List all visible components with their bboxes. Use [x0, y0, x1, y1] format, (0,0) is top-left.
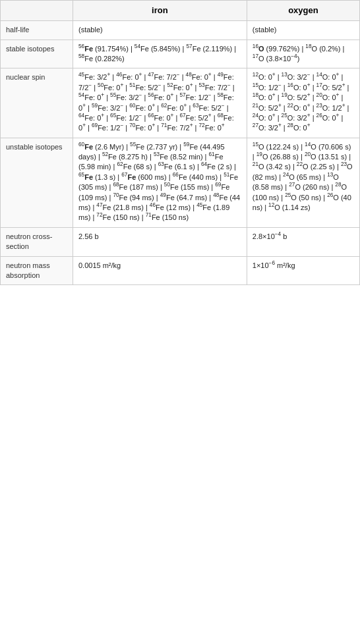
row-label-0: half-life — [1, 21, 73, 40]
table-row: unstable isotopes60Fe (2.6 Myr) | 55Fe (… — [1, 138, 360, 227]
table-row: neutron mass absorption0.0015 m²/kg1×10−… — [1, 256, 360, 285]
table-row: nuclear spin45Fe: 3/2+ | 46Fe: 0+ | 47Fe… — [1, 68, 360, 138]
oxygen-cell-3: 15O (122.24 s) | 14O (70.606 s) | 19O (2… — [247, 138, 359, 227]
table-row: stable isotopes56Fe (91.754%) | 54Fe (5.… — [1, 40, 360, 68]
row-label-1: stable isotopes — [1, 40, 73, 68]
table-row: half-life(stable)(stable) — [1, 21, 360, 40]
row-label-4: neutron cross-section — [1, 227, 73, 256]
iron-cell-3: 60Fe (2.6 Myr) | 55Fe (2.737 yr) | 59Fe … — [73, 138, 247, 227]
oxygen-cell-0: (stable) — [247, 21, 359, 40]
oxygen-cell-1: 16O (99.762%) | 18O (0.2%) | 17O (3.8×10… — [247, 40, 359, 68]
iron-cell-5: 0.0015 m²/kg — [73, 256, 247, 285]
row-label-3: unstable isotopes — [1, 138, 73, 227]
header-iron: iron — [73, 1, 247, 21]
row-label-5: neutron mass absorption — [1, 256, 73, 285]
iron-cell-2: 45Fe: 3/2+ | 46Fe: 0+ | 47Fe: 7/2− | 48F… — [73, 68, 247, 138]
oxygen-cell-5: 1×10−6 m²/kg — [247, 256, 359, 285]
row-label-2: nuclear spin — [1, 68, 73, 138]
iron-cell-1: 56Fe (91.754%) | 54Fe (5.845%) | 57Fe (2… — [73, 40, 247, 68]
header-oxygen: oxygen — [247, 1, 359, 21]
iron-cell-4: 2.56 b — [73, 227, 247, 256]
oxygen-cell-2: 12O: 0+ | 13O: 3/2− | 14O: 0+ | 15O: 1/2… — [247, 68, 359, 138]
iron-cell-0: (stable) — [73, 21, 247, 40]
table-row: neutron cross-section2.56 b2.8×10−4 b — [1, 227, 360, 256]
isotope-comparison-table: iron oxygen half-life(stable)(stable)sta… — [0, 0, 360, 285]
header-property — [1, 1, 73, 21]
oxygen-cell-4: 2.8×10−4 b — [247, 227, 359, 256]
